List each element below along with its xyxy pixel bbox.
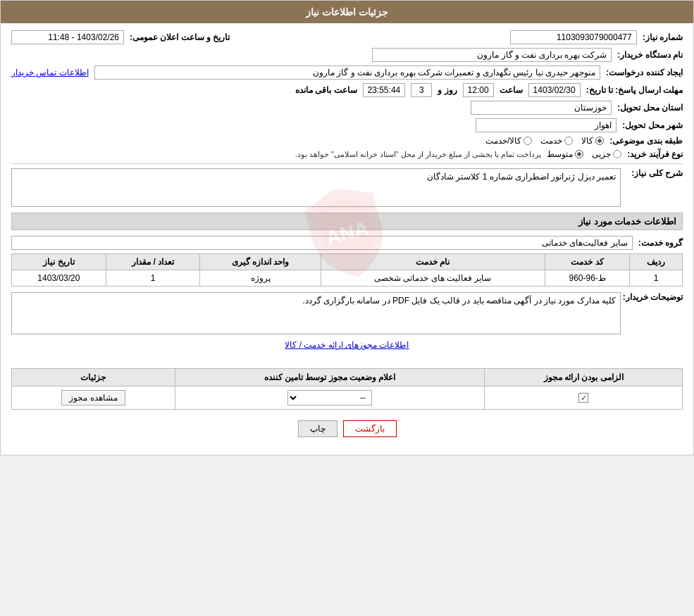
page-title: جزئیات اطلاعات نیاز: [306, 6, 388, 18]
separator-1: [11, 163, 683, 164]
permissions-table: الزامی بودن ارائه مجوز اعلام وضعیت مجوز …: [11, 368, 683, 410]
perm-col-status: اعلام وضعیت مجوز توسط تامین کننده: [175, 369, 485, 386]
status-select[interactable]: --: [287, 390, 372, 406]
process-label: نوع فرآیند خرید:: [627, 149, 683, 159]
service-cell-name: سایر فعالیت های خدماتی شخصی: [321, 270, 545, 287]
row-creator: ایجاد کننده درخواست: منوجهر حیدری نیا رئ…: [11, 65, 683, 80]
row-buyer-org: نام دستگاه خریدار: شرکت بهره برداری نفت …: [11, 48, 683, 62]
city-label: شهر محل تحویل:: [622, 120, 683, 130]
deadline-days-label: روز و: [438, 85, 457, 95]
need-desc-label: شرح کلی نیاز:: [626, 168, 683, 178]
perm-required-cell: [485, 386, 683, 410]
service-cell-unit: پروژه: [200, 270, 321, 287]
footer-buttons: بازگشت چاپ: [11, 420, 683, 437]
deadline-label: مهلت ارسال پاسخ: تا تاریخ:: [586, 85, 683, 95]
category-radio-group: کالا خدمت کالا/خدمت: [485, 136, 604, 146]
row-service-group: گروه خدمت: سایر فعالیت‌های خدماتی: [11, 236, 683, 250]
col-date: تاریخ نیاز: [12, 254, 106, 270]
category-option-khedmat[interactable]: خدمت: [540, 136, 573, 146]
radio-jozi-icon: [613, 150, 621, 158]
province-label: استان محل تحویل:: [617, 103, 683, 113]
row-need-announce: شماره نیاز: 1103093079000477 تاریخ و ساع…: [11, 30, 683, 44]
row-province: استان محل تحویل: خوزستان: [11, 101, 683, 115]
remaining-time: 23:55:44: [363, 83, 406, 97]
buyer-org-label: نام دستگاه خریدار:: [617, 50, 683, 60]
radio-motavasset-label: متوسط: [547, 149, 573, 159]
radio-kala-icon: [595, 137, 604, 145]
col-name: نام خدمت: [321, 254, 545, 270]
contact-link[interactable]: اطلاعات تماس خریدار: [11, 68, 89, 77]
row-city: شهر محل تحویل: اهواز: [11, 118, 683, 132]
col-code: کد خدمت: [545, 254, 629, 270]
buyer-notes-textarea[interactable]: [11, 292, 621, 334]
service-cell-index: 1: [630, 270, 683, 287]
deadline-time: 12:00: [463, 83, 494, 97]
row-buyer-notes: توضیحات خریدار:: [11, 292, 683, 334]
row-process-type: نوع فرآیند خرید: جزیی متوسط پرداخت تمام …: [11, 149, 683, 159]
buyer-org-value: شرکت بهره برداری نفت و گاز مارون: [372, 48, 612, 62]
need-desc-textarea[interactable]: [11, 168, 621, 207]
perm-required-checkbox[interactable]: [578, 393, 588, 403]
city-value: اهواز: [476, 118, 616, 132]
buyer-notes-label: توضیحات خریدار:: [626, 292, 683, 302]
deadline-date: 1403/02/30: [528, 83, 581, 97]
deadline-days: 3: [411, 83, 432, 97]
row-need-desc: شرح کلی نیاز:: [11, 168, 683, 207]
announce-date-value: 1403/02/26 - 11:48: [11, 30, 124, 44]
col-index: ردیف: [630, 254, 683, 270]
row-deadline: مهلت ارسال پاسخ: تا تاریخ: 1403/02/30 سا…: [11, 83, 683, 97]
perm-status-cell: --: [175, 386, 485, 410]
radio-khedmat-label: خدمت: [540, 136, 562, 146]
services-table: ردیف کد خدمت نام خدمت واحد اندازه گیری ت…: [11, 253, 683, 287]
service-cell-date: 1403/03/20: [12, 270, 106, 287]
radio-kala-khedmat-icon: [523, 137, 532, 145]
perm-details-cell: مشاهده مجوز: [12, 386, 175, 410]
creator-label: ایجاد کننده درخواست:: [606, 68, 683, 77]
service-cell-quantity: 1: [106, 270, 200, 287]
print-button[interactable]: چاپ: [298, 420, 337, 437]
radio-kala-khedmat-label: کالا/خدمت: [485, 136, 521, 146]
category-option-kala-khedmat[interactable]: کالا/خدمت: [485, 136, 532, 146]
process-note: پرداخت تمام یا بخشی از مبلغ خریدار از مح…: [295, 150, 542, 159]
back-button[interactable]: بازگشت: [343, 420, 397, 437]
category-option-kala[interactable]: کالا: [581, 136, 604, 146]
perm-col-details: جزئیات: [12, 369, 175, 386]
creator-value: منوجهر حیدری نیا رئیس نگهداری و تعمیرات …: [94, 65, 601, 80]
remaining-label: ساعت باقی مانده: [295, 85, 357, 95]
radio-jozi-label: جزیی: [592, 149, 611, 159]
radio-khedmat-icon: [564, 137, 573, 145]
need-number-label: شماره نیاز:: [643, 32, 683, 42]
col-quantity: تعداد / مقدار: [106, 254, 200, 270]
radio-kala-label: کالا: [581, 136, 593, 146]
perm-row-1: -- مشاهده مجوز: [12, 386, 683, 410]
service-row: 1ط-96-960سایر فعالیت های خدماتی شخصیپروژ…: [12, 270, 683, 287]
services-section-title: اطلاعات خدمات مورد نیاز: [11, 213, 683, 230]
province-value: خوزستان: [471, 101, 612, 115]
content-area: ANA شماره نیاز: 1103093079000477 تاریخ و…: [11, 30, 683, 437]
category-label: طبقه بندی موضوعی:: [609, 136, 683, 146]
process-radio-group: جزیی متوسط: [547, 149, 621, 159]
radio-motavasset-icon: [575, 150, 583, 158]
col-unit: واحد اندازه گیری: [200, 254, 321, 270]
page-header: جزئیات اطلاعات نیاز: [1, 1, 693, 23]
announce-date-label: تاریخ و ساعت اعلان عمومی:: [130, 32, 230, 42]
main-content: ANA شماره نیاز: 1103093079000477 تاریخ و…: [1, 23, 693, 455]
permissions-link[interactable]: اطلاعات مجوزهای ارائه خدمت / کالا: [11, 340, 683, 350]
service-group-label: گروه خدمت:: [638, 238, 683, 248]
page-wrapper: جزئیات اطلاعات نیاز ANA شماره نیاز: 1103…: [0, 0, 694, 455]
process-option-motavasset[interactable]: متوسط: [547, 149, 583, 159]
service-group-value: سایر فعالیت‌های خدماتی: [11, 236, 633, 250]
process-option-jozi[interactable]: جزیی: [592, 149, 621, 159]
perm-col-required: الزامی بودن ارائه مجوز: [485, 369, 683, 386]
deadline-time-label: ساعت: [500, 85, 523, 95]
need-number-value: 1103093079000477: [510, 30, 637, 44]
service-cell-code: ط-96-960: [545, 270, 629, 287]
view-permit-button[interactable]: مشاهده مجوز: [61, 390, 125, 406]
row-category: طبقه بندی موضوعی: کالا خدمت کالا/خدمت: [11, 136, 683, 146]
